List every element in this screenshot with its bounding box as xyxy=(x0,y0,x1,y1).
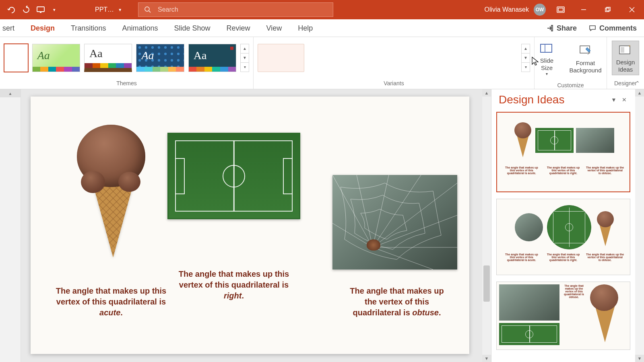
scrollbar-thumb[interactable] xyxy=(483,265,490,302)
mini-caption: The angle that makes up the vertex of th… xyxy=(586,253,624,261)
pane-menu-icon[interactable]: ▼ xyxy=(609,97,619,103)
mini-field-icon xyxy=(535,128,574,153)
design-ideas-pane: Design Ideas ▼ ✕ The angle that makes up… xyxy=(491,89,644,362)
slideshow-start-icon[interactable] xyxy=(36,5,45,14)
chevron-down-icon[interactable]: ▼ xyxy=(635,355,644,362)
workspace: ▲ xyxy=(0,89,644,362)
slide-canvas[interactable]: The angle that makes up this vertex of t… xyxy=(31,97,469,354)
slide-size-button[interactable]: Slide Size ▾ xyxy=(535,39,558,78)
mini-cone-icon xyxy=(595,211,612,243)
undo-icon[interactable] xyxy=(7,5,16,14)
qat-customize-icon[interactable]: ▾ xyxy=(51,7,56,12)
tab-view[interactable]: View xyxy=(258,20,290,37)
theme-current[interactable] xyxy=(4,44,28,72)
tab-slideshow[interactable]: Slide Show xyxy=(166,20,218,37)
tab-review[interactable]: Review xyxy=(219,20,258,37)
quick-access-toolbar: ▾ xyxy=(0,5,59,14)
search-icon xyxy=(144,6,151,13)
image-soccer-field[interactable] xyxy=(167,133,300,219)
svg-rect-4 xyxy=(558,8,563,11)
mini-cone-icon xyxy=(588,284,621,345)
variants-group-label: Variants xyxy=(254,78,534,89)
design-idea-1[interactable]: The angle that makes up this vertex of t… xyxy=(496,112,630,192)
pane-title: Design Ideas xyxy=(499,93,609,106)
themes-more[interactable]: ▲ ▼ ▾ xyxy=(240,44,249,72)
mini-caption: The angle that makes up the vertex of th… xyxy=(562,284,586,298)
mini-caption: The angle that makes up this vertex of t… xyxy=(502,253,541,261)
chevron-up-icon[interactable]: ▲ xyxy=(482,89,491,97)
svg-line-20 xyxy=(373,183,457,247)
design-ideas-icon xyxy=(618,43,633,57)
caption-obtuse[interactable]: The angle that makes up the vertex of th… xyxy=(345,286,449,318)
expand-icon[interactable]: ▾ xyxy=(522,63,530,72)
format-background-button[interactable]: Format Background xyxy=(565,42,605,76)
chevron-down-icon: ▼ xyxy=(118,8,122,12)
theme-option-3[interactable]: Aa xyxy=(136,44,184,72)
close-icon[interactable]: ✕ xyxy=(619,97,630,103)
chevron-down-icon[interactable]: ▼ xyxy=(522,53,530,63)
mini-web-icon xyxy=(515,213,543,241)
tab-transitions[interactable]: Transitions xyxy=(63,20,114,37)
theme-sample-text: Aa xyxy=(189,44,236,67)
svg-line-17 xyxy=(357,175,373,247)
slide-size-label: Slide Size xyxy=(540,57,553,71)
customize-group-label: Customize xyxy=(535,80,607,91)
variants-more[interactable]: ▲ ▼ ▾ xyxy=(521,44,530,72)
customize-group: Slide Size ▾ Format Background Customize xyxy=(535,37,607,89)
tab-help[interactable]: Help xyxy=(290,20,321,37)
maximize-button[interactable] xyxy=(596,0,620,19)
design-idea-2[interactable]: The angle that makes up this vertex of t… xyxy=(496,199,630,275)
theme-sample-text: Aa xyxy=(33,44,80,67)
search-box[interactable]: Search xyxy=(138,2,333,17)
svg-rect-0 xyxy=(37,7,44,12)
svg-rect-11 xyxy=(541,44,552,52)
user-account[interactable]: Olivia Wanasek OW xyxy=(484,4,546,16)
title-bar: ▾ PPT… ▼ Search Olivia Wanasek OW xyxy=(0,0,644,19)
theme-sample-text: Aa xyxy=(85,44,132,63)
chevron-up-icon[interactable]: ▲ xyxy=(635,89,644,97)
design-idea-3[interactable]: The angle that makes up the vertex of th… xyxy=(496,282,630,350)
theme-option-4[interactable]: Aa xyxy=(188,44,236,72)
ribbon-display-icon[interactable] xyxy=(556,5,565,14)
comments-button[interactable]: Comments xyxy=(589,24,637,33)
chevron-down-icon[interactable]: ▼ xyxy=(482,355,491,362)
image-spider-web[interactable] xyxy=(332,175,457,269)
redo-icon[interactable] xyxy=(22,5,31,14)
variant-option[interactable] xyxy=(258,44,304,72)
design-ideas-button[interactable]: Design Ideas xyxy=(612,41,640,75)
collapse-ribbon-icon[interactable]: ⌃ xyxy=(635,80,640,86)
image-ice-cream-cone[interactable] xyxy=(63,125,159,265)
user-name: Olivia Wanasek xyxy=(484,6,529,13)
svg-rect-15 xyxy=(621,47,624,53)
themes-group-label: Themes xyxy=(0,78,253,89)
chevron-up-icon[interactable]: ▲ xyxy=(522,44,530,53)
search-placeholder: Search xyxy=(158,6,178,13)
tab-design[interactable]: Design xyxy=(23,20,63,37)
tab-insert[interactable]: sert xyxy=(0,20,23,37)
svg-point-1 xyxy=(145,7,149,11)
svg-rect-10 xyxy=(551,25,553,31)
caption-right[interactable]: The angle that makes up this vertex of t… xyxy=(173,269,294,301)
share-button[interactable]: Share xyxy=(546,24,577,33)
theme-option-2[interactable]: Aa xyxy=(84,44,132,72)
chevron-down-icon[interactable]: ▼ xyxy=(241,53,249,63)
close-button[interactable] xyxy=(620,0,644,19)
share-label: Share xyxy=(557,24,577,33)
canvas-area: The angle that makes up this vertex of t… xyxy=(21,89,491,362)
variants-group: ▲ ▼ ▾ Variants xyxy=(254,37,535,89)
pane-scrollbar[interactable]: ▲ ▼ xyxy=(635,89,644,362)
minimize-button[interactable] xyxy=(572,0,596,19)
caption-acute[interactable]: The angle that makes up this vertex of t… xyxy=(55,286,167,318)
tab-animations[interactable]: Animations xyxy=(114,20,166,37)
slide-thumbnails-rail[interactable]: ▲ xyxy=(0,89,21,362)
chevron-up-icon[interactable]: ▲ xyxy=(0,89,21,97)
svg-line-2 xyxy=(149,11,151,12)
document-title[interactable]: PPT… ▼ xyxy=(95,6,122,13)
theme-option-1[interactable]: Aa xyxy=(32,44,80,72)
slide-size-icon xyxy=(539,41,554,56)
chevron-up-icon[interactable]: ▲ xyxy=(241,44,249,53)
svg-line-23 xyxy=(373,247,433,269)
canvas-scrollbar[interactable]: ▲ ▼ xyxy=(482,89,491,362)
expand-icon[interactable]: ▾ xyxy=(241,63,249,72)
window-controls xyxy=(572,0,644,19)
